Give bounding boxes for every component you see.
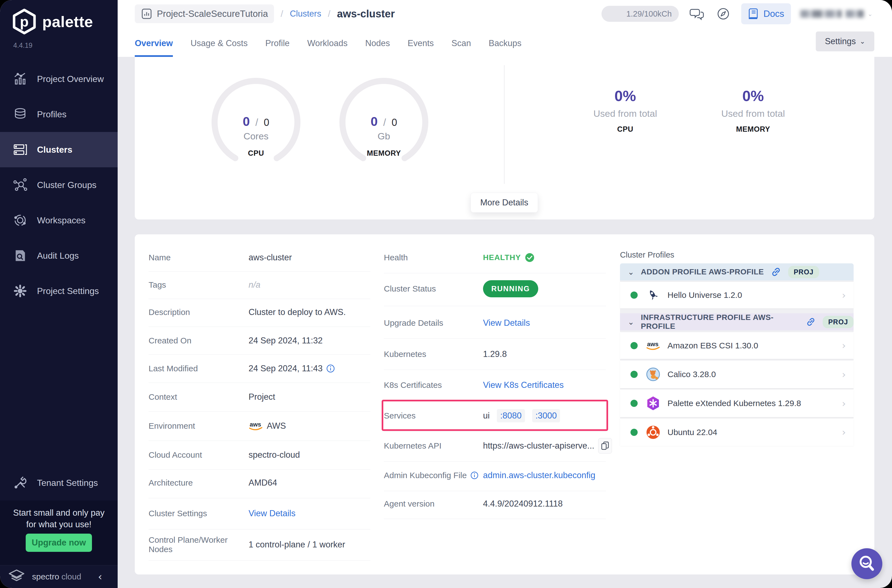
project-icon [141, 8, 152, 20]
chevron-right-icon: › [842, 426, 846, 438]
cluster-tabs: Overview Usage & Costs Profile Workloads… [135, 32, 521, 57]
tools-icon [12, 475, 28, 490]
copy-button[interactable] [598, 438, 612, 453]
sidebar-item-clusters[interactable]: Clusters [0, 132, 118, 167]
addon-profile-group-name: ADDON PROFILE AWS-PROFILE [641, 267, 764, 276]
sidebar-item-label: Project Overview [37, 74, 104, 84]
svg-text:aws: aws [647, 340, 659, 348]
tab-events[interactable]: Events [408, 32, 434, 57]
sidebar-item-label: Clusters [37, 145, 72, 155]
link-icon [770, 266, 782, 278]
metrics-divider [504, 65, 505, 184]
cpu-gauge-unit: Cores [210, 131, 302, 142]
sidebar-item-label: Profiles [37, 110, 66, 120]
chat-icon[interactable] [688, 5, 705, 22]
svg-text:p: p [20, 14, 29, 30]
sidebar-item-audit-logs[interactable]: Audit Logs [0, 238, 118, 273]
svg-text:aws: aws [250, 421, 261, 428]
clusters-icon [12, 142, 28, 158]
tab-profile[interactable]: Profile [266, 32, 290, 57]
chart-icon [12, 71, 28, 87]
info-icon[interactable] [326, 364, 335, 373]
ubuntu-icon [646, 425, 660, 440]
status-dot [631, 291, 638, 299]
infrastructure-profile-group-name: INFRASTRUCTURE PROFILE AWS-PROFILE [641, 313, 799, 331]
breadcrumb: Project-ScaleSecureTutoria / Clusters / … [135, 0, 395, 28]
memory-usage-stat: 0% Used from total MEMORY [703, 87, 803, 134]
tab-nodes[interactable]: Nodes [365, 32, 390, 57]
detail-row-health: Health HEALTHY [384, 249, 535, 266]
sidebar-item-tenant-settings[interactable]: Tenant Settings [0, 465, 118, 501]
upgrade-now-button[interactable]: Upgrade now [26, 534, 92, 552]
sidebar-item-project-settings[interactable]: Project Settings [0, 273, 118, 309]
sidebar-nav: Project Overview Profiles [0, 61, 118, 309]
breadcrumb-current-cluster: aws-cluster [337, 8, 395, 20]
layers-icon [12, 106, 28, 122]
tab-backups[interactable]: Backups [488, 32, 521, 57]
sidebar-item-project-overview[interactable]: Project Overview [0, 61, 118, 97]
info-icon[interactable] [470, 471, 479, 480]
tab-overview[interactable]: Overview [135, 32, 173, 57]
chevron-right-icon: › [842, 398, 846, 409]
brand-logo: p palette [12, 8, 93, 35]
settings-label: Settings [825, 36, 856, 46]
cpu-usage-percent: 0% [575, 87, 675, 104]
cluster-settings-view-details-link[interactable]: View Details [249, 508, 296, 518]
sidebar-item-label: Cluster Groups [37, 180, 96, 190]
tab-scan[interactable]: Scan [452, 32, 471, 57]
cluster-details-card: Name aws-cluster Tags n/a Description Cl… [135, 234, 874, 574]
cpu-usage-stat: 0% Used from total CPU [575, 87, 675, 134]
detail-row-kubernetes: Kubernetes 1.29.8 [384, 346, 507, 363]
metrics-card: 0 / 0 Cores CPU 0 / 0 Gb MEMORY 0% Used … [135, 57, 874, 219]
sidebar-footer: spectrocloud ‹ [0, 565, 118, 588]
detail-row-k8s-certificates: K8s Certificates View K8s Certificates [384, 377, 564, 393]
sidebar-item-label: Project Settings [37, 286, 99, 296]
profile-item-hello-universe[interactable]: Hello Universe 1.2.0 › [620, 282, 854, 308]
detail-row-tags: Tags n/a [149, 277, 260, 293]
cpu-gauge-value: 0 / 0 [210, 114, 302, 129]
footer-brand: spectrocloud [32, 572, 81, 581]
upgrade-view-details-link[interactable]: View Details [483, 318, 530, 328]
cpu-gauge-label: CPU [210, 149, 302, 158]
detail-row-environment: Environment aws AWS [149, 418, 286, 434]
profile-item-calico[interactable]: Calico 3.28.0 › [620, 360, 854, 388]
service-port-3000-link[interactable]: :3000 [532, 409, 560, 422]
addon-profile-group-header[interactable]: ⌄ ADDON PROFILE AWS-PROFILE PROJ [620, 263, 854, 280]
more-details-button[interactable]: More Details [471, 193, 538, 213]
view-k8s-certificates-link[interactable]: View K8s Certificates [483, 380, 564, 390]
breadcrumb-project-chip[interactable]: Project-ScaleSecureTutoria [135, 4, 274, 23]
breadcrumb-clusters-link[interactable]: Clusters [290, 9, 321, 19]
collapse-sidebar-icon[interactable]: ‹ [98, 571, 102, 583]
health-status: HEALTHY [483, 253, 535, 262]
sidebar-item-workspaces[interactable]: Workspaces [0, 202, 118, 238]
tab-usage-costs[interactable]: Usage & Costs [191, 32, 248, 57]
chevron-down-icon: ⌄ [628, 318, 634, 327]
help-search-fab[interactable] [851, 548, 882, 579]
orbit-icon [12, 213, 28, 228]
profile-item-ubuntu[interactable]: Ubuntu 22.04 › [620, 418, 854, 446]
sidebar: p palette 4.4.19 Project Overview [0, 0, 118, 588]
settings-button[interactable]: Settings ⌄ [816, 32, 874, 51]
infrastructure-profile-group-header[interactable]: ⌄ INFRASTRUCTURE PROFILE AWS-PROFILE PRO… [620, 314, 854, 330]
chevron-right-icon: › [842, 340, 846, 351]
detail-row-cloud-account: Cloud Account spectro-cloud [149, 447, 300, 463]
sidebar-item-profiles[interactable]: Profiles [0, 97, 118, 132]
profile-item-palette-extended-kubernetes[interactable]: Palette eXtended Kubernetes 1.29.8 › [620, 390, 854, 417]
compass-icon[interactable] [715, 5, 732, 22]
service-port-8080-link[interactable]: :8080 [497, 409, 525, 422]
detail-row-architecture: Architecture AMD64 [149, 474, 277, 491]
upgrade-promo: Start small and only pay for what you us… [0, 501, 118, 566]
breadcrumb-separator: / [281, 9, 283, 19]
check-circle-icon [525, 253, 535, 262]
detail-row-name: Name aws-cluster [149, 249, 292, 266]
breadcrumb-separator: / [328, 9, 330, 19]
profile-item-amazon-ebs-csi[interactable]: aws Amazon EBS CSI 1.30.0 › [620, 332, 854, 359]
sidebar-item-cluster-groups[interactable]: Cluster Groups [0, 167, 118, 202]
kubeconfig-download-link[interactable]: admin.aws-cluster.kubeconfig [483, 470, 595, 480]
docs-button[interactable]: Docs [741, 3, 791, 24]
detail-row-agent-version: Agent version 4.4.9/20240912.1118 [384, 495, 563, 512]
tab-workloads[interactable]: Workloads [307, 32, 348, 57]
user-name-redacted[interactable]: ⌄ [800, 10, 872, 18]
chevron-right-icon: › [842, 369, 846, 380]
status-dot [631, 342, 638, 349]
